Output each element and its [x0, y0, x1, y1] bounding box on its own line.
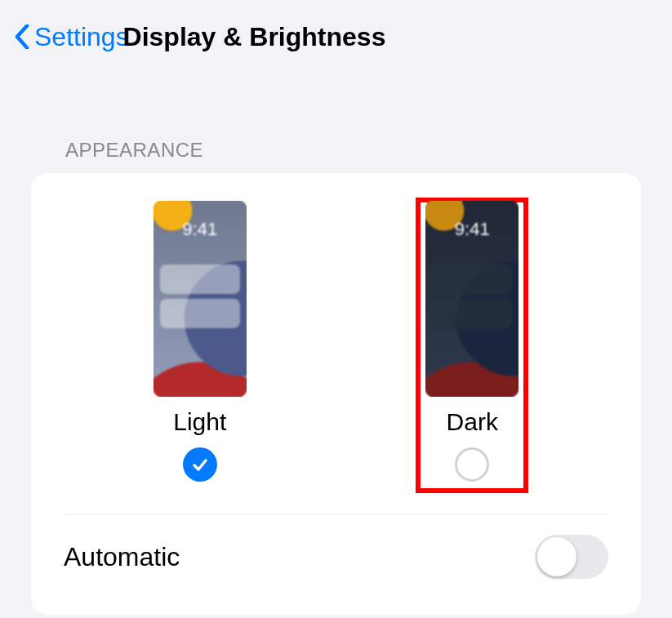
- back-label: Settings: [34, 22, 129, 52]
- option-dark-label: Dark: [447, 408, 498, 436]
- preview-light: 9:41: [154, 201, 247, 397]
- back-button[interactable]: Settings: [15, 22, 129, 52]
- preview-widget: [432, 265, 512, 294]
- option-dark[interactable]: 9:41 Dark: [416, 198, 528, 493]
- chevron-left-icon: [15, 24, 29, 49]
- preview-widget: [160, 299, 240, 328]
- appearance-card: 9:41 Light 9:41 Dark Automatic: [31, 173, 641, 615]
- preview-time: 9:41: [154, 219, 247, 240]
- nav-bar: Settings Display & Brightness: [0, 0, 672, 70]
- radio-light[interactable]: [183, 447, 217, 482]
- automatic-label: Automatic: [64, 542, 180, 572]
- section-header-appearance: APPEARANCE: [0, 70, 672, 173]
- preview-widget: [160, 265, 240, 294]
- appearance-options: 9:41 Light 9:41 Dark: [64, 198, 608, 515]
- automatic-toggle[interactable]: [535, 535, 608, 579]
- checkmark-icon: [190, 455, 210, 474]
- toggle-knob: [537, 537, 576, 576]
- preview-time: 9:41: [425, 219, 518, 240]
- option-light[interactable]: 9:41 Light: [144, 198, 256, 493]
- option-light-label: Light: [173, 408, 226, 436]
- automatic-row: Automatic: [64, 515, 608, 598]
- radio-dark[interactable]: [455, 447, 489, 482]
- preview-dark: 9:41: [425, 201, 518, 397]
- preview-widget: [432, 299, 512, 328]
